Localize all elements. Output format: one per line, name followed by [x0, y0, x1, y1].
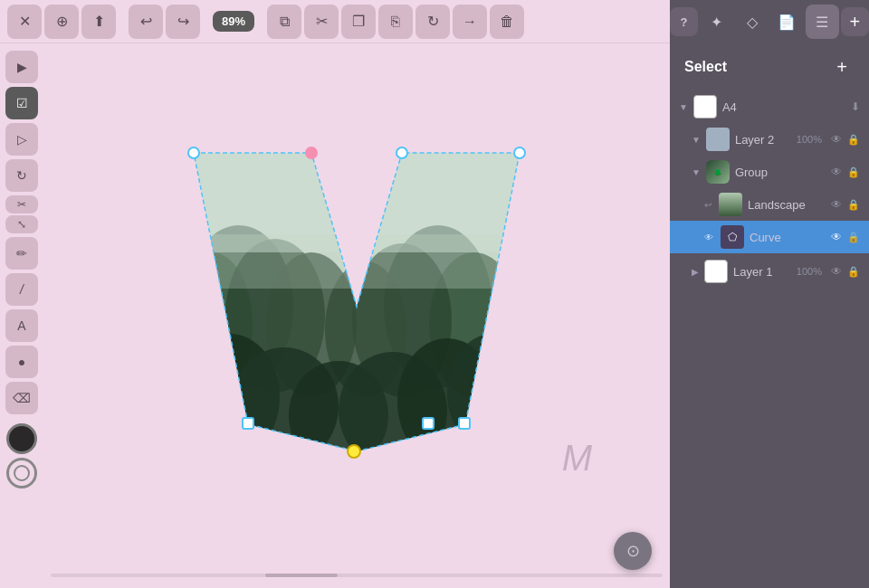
share-icon: ⬆	[93, 13, 105, 30]
help-icon: ?	[681, 15, 688, 29]
landscape-mask-icon: ↩	[704, 200, 711, 210]
layers-icon: ☰	[816, 14, 828, 31]
landscape-thumbnail	[719, 193, 742, 216]
shape-button[interactable]: ◇	[735, 5, 769, 39]
handle-top-left[interactable]	[188, 147, 199, 158]
undo-icon: ↩	[140, 13, 152, 30]
group-chevron: ▼	[692, 167, 701, 177]
a4-chevron: ▼	[679, 102, 688, 112]
layer-1[interactable]: ▶ Layer 1 100% 👁 🔒	[670, 255, 869, 288]
copy-button[interactable]: ❐	[341, 5, 376, 39]
stamp-button[interactable]: ↻	[415, 5, 450, 39]
trash-icon: 🗑	[500, 14, 514, 30]
scrollbar-thumb[interactable]	[265, 574, 338, 577]
layer1-thumbnail	[704, 260, 728, 283]
layer2-lock-icon[interactable]: 🔒	[847, 134, 860, 146]
float-action-button[interactable]: ⊙	[614, 532, 652, 570]
text-icon: A	[17, 318, 25, 333]
layer-a4[interactable]: ▼ A4 ⬇	[670, 90, 869, 123]
add-panel-button[interactable]: +	[841, 7, 869, 36]
cut-icon: ✂	[316, 13, 328, 30]
zoom-button[interactable]: 89%	[213, 11, 254, 32]
redo-icon: ↪	[177, 13, 189, 30]
panel-header: Select +	[670, 43, 869, 90]
rotate-icon: ↻	[16, 168, 27, 183]
path-tool-btn[interactable]: ⤡	[5, 215, 38, 233]
paste-button[interactable]: ⎘	[378, 5, 413, 39]
a4-thumbnail	[693, 95, 717, 119]
undo-button[interactable]: ↩	[129, 5, 163, 39]
close-button[interactable]: ✕	[7, 5, 42, 39]
scissors-tool-btn[interactable]: ✂	[5, 195, 38, 213]
forward-icon: →	[463, 14, 477, 30]
arrow-icon: ▶	[17, 60, 27, 74]
eraser-icon: ⌫	[13, 391, 31, 405]
curve-eye-icon[interactable]: 👁	[831, 231, 842, 243]
group-lock-icon[interactable]: 🔒	[847, 166, 860, 178]
layer-landscape[interactable]: ↩ Landscape 👁 🔒	[670, 188, 869, 221]
layers-button[interactable]: ☰	[806, 5, 839, 39]
handle-bottom-left[interactable]	[243, 418, 253, 429]
pen-icon: ✏	[16, 246, 27, 261]
redo-button[interactable]: ↪	[166, 5, 200, 39]
target-button[interactable]: ⊕	[44, 5, 79, 39]
stamp-icon: ↻	[427, 13, 439, 30]
layer-group[interactable]: ▼ 🌲 Group 👁 🔒	[670, 156, 869, 188]
brush-icon: /	[20, 282, 24, 297]
delete-button[interactable]: 🗑	[490, 5, 524, 39]
layer1-eye-icon[interactable]: 👁	[831, 265, 842, 278]
scissors-icon: ✂	[17, 198, 26, 211]
layer1-lock-icon[interactable]: 🔒	[847, 266, 860, 278]
doc-button[interactable]: 📄	[770, 5, 804, 39]
left-toolbar: ▶ ☑ ▷ ↻ ✂ ⤡ ✏ / A ● ⌫	[0, 43, 43, 588]
doc-icon: 📄	[778, 14, 796, 31]
share-button[interactable]: ⬆	[81, 5, 116, 39]
rotate-tool-btn[interactable]: ↻	[5, 159, 38, 192]
group-eye-icon[interactable]: 👁	[831, 166, 842, 178]
handle-top-pink[interactable]	[306, 147, 317, 158]
letter-m-watermark: M	[562, 438, 592, 479]
pen-tool-btn[interactable]: ✏	[5, 237, 38, 270]
canvas-area[interactable]: M ⊙	[43, 43, 670, 588]
svg-rect-17	[167, 234, 547, 289]
handle-bottom-center[interactable]	[348, 445, 360, 458]
move-tool-btn[interactable]: ▷	[5, 123, 38, 156]
curve-lock-icon[interactable]: 🔒	[847, 232, 860, 243]
layer-2[interactable]: ▼ Layer 2 100% 👁 🔒	[670, 123, 869, 156]
layer-curve[interactable]: 👁 ⬠ Curve 👁 🔒	[670, 221, 869, 253]
select-tool-btn[interactable]: ▶	[5, 51, 38, 83]
color-stroke-swatch[interactable]	[6, 458, 37, 488]
landscape-eye-icon[interactable]: 👁	[831, 198, 842, 211]
shape-fill-tool-btn[interactable]: ●	[5, 346, 38, 378]
select-rect-button[interactable]: ⧉	[267, 5, 301, 39]
layer2-eye-icon[interactable]: 👁	[831, 133, 842, 146]
handle-bottom-right[interactable]	[423, 418, 434, 429]
wand-button[interactable]: ✦	[700, 5, 733, 39]
checkbox-tool-btn[interactable]: ☑	[5, 87, 38, 119]
handle-right-arm[interactable]	[459, 418, 470, 429]
layer2-label: Layer 2	[735, 133, 791, 147]
layer2-thumbnail	[706, 128, 730, 151]
cut-button[interactable]: ✂	[304, 5, 339, 39]
color-fill-swatch[interactable]	[6, 423, 37, 454]
shape-icon: ◇	[747, 14, 758, 31]
help-button[interactable]: ?	[670, 7, 698, 36]
group-thumbnail: 🌲	[706, 160, 730, 184]
curve-label: Curve	[750, 231, 826, 244]
text-tool-btn[interactable]: A	[5, 309, 38, 342]
brush-tool-btn[interactable]: /	[5, 273, 38, 306]
move-arrow-icon: ▷	[17, 132, 27, 147]
layer1-opacity: 100%	[797, 266, 822, 277]
handle-top-right[interactable]	[514, 147, 525, 158]
layer2-opacity: 100%	[797, 134, 822, 145]
horizontal-scrollbar[interactable]	[51, 574, 663, 577]
checkbox-icon: ☑	[16, 96, 28, 110]
handle-top-mid[interactable]	[396, 147, 407, 158]
right-top-toolbar: ? ✦ ◇ 📄 ☰ +	[670, 0, 869, 43]
forward-button[interactable]: →	[453, 5, 487, 39]
paste-icon: ⎘	[391, 14, 400, 30]
svg-point-15	[447, 334, 538, 451]
panel-add-button[interactable]: +	[829, 54, 855, 80]
eraser-tool-btn[interactable]: ⌫	[5, 382, 38, 414]
landscape-lock-icon[interactable]: 🔒	[847, 199, 860, 211]
